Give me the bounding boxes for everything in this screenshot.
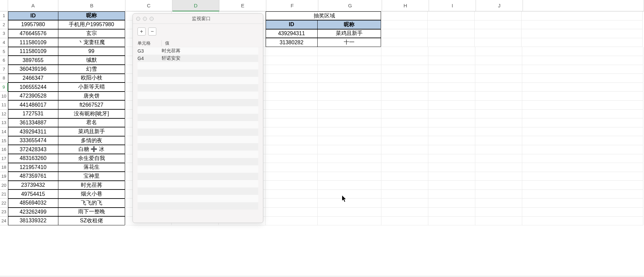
cell-J13[interactable] <box>475 118 522 127</box>
cell-H11[interactable] <box>381 101 428 110</box>
row-header-12[interactable]: 12 <box>0 110 8 119</box>
cell-F11[interactable] <box>266 101 318 110</box>
column-header-D[interactable]: D <box>172 0 219 11</box>
cell-G5[interactable] <box>318 47 381 56</box>
cell-B9[interactable]: 小新等天晴 <box>58 82 125 92</box>
cell-H6[interactable] <box>381 56 428 65</box>
watch-window-titlebar[interactable]: 监视窗口 <box>133 14 263 24</box>
cell-A9[interactable]: 106555244 <box>8 82 58 92</box>
cell-B19[interactable]: 宝神里 <box>58 172 125 181</box>
cell-B6[interactable]: 缄默 <box>58 56 125 65</box>
cell-B21[interactable]: 烟火小巷 <box>58 189 125 199</box>
cell-J11[interactable] <box>475 101 522 110</box>
cell-J1[interactable] <box>475 11 522 20</box>
cell-B16[interactable]: 白糖 ➕ 冰 <box>58 145 125 154</box>
cell-G6[interactable] <box>318 56 381 65</box>
row-header-6[interactable]: 6 <box>0 56 8 65</box>
cell-J2[interactable] <box>475 20 522 30</box>
column-header-A[interactable]: A <box>8 0 58 11</box>
cell-A24[interactable]: 381339322 <box>8 216 58 225</box>
cell-H14[interactable] <box>381 127 428 136</box>
zoom-icon[interactable] <box>150 17 154 21</box>
cell-H18[interactable] <box>381 163 428 172</box>
cell-A18[interactable]: 121957410 <box>8 163 58 172</box>
cell-J12[interactable] <box>475 110 522 119</box>
row-header-21[interactable]: 21 <box>0 190 8 199</box>
cell-J5[interactable] <box>475 47 522 56</box>
cell-G24[interactable] <box>318 217 381 226</box>
cell-G14[interactable] <box>318 127 381 136</box>
cell-H7[interactable] <box>381 65 428 74</box>
cell-J10[interactable] <box>475 92 522 101</box>
row-header-18[interactable]: 18 <box>0 163 8 172</box>
remove-watch-button[interactable]: − <box>148 27 156 36</box>
select-all-corner[interactable] <box>0 0 8 11</box>
cell-G2[interactable]: 昵称 <box>317 20 381 29</box>
row-header-2[interactable]: 2 <box>0 20 8 30</box>
cell-A10[interactable]: 472390528 <box>8 92 58 101</box>
cell-A5[interactable]: 111580109 <box>8 47 58 56</box>
cell-J14[interactable] <box>475 127 522 136</box>
watch-row[interactable] <box>138 84 258 92</box>
cell-A1[interactable]: ID <box>8 11 58 20</box>
cell-H5[interactable] <box>381 47 428 56</box>
minimize-icon[interactable] <box>143 17 147 21</box>
cell-A11[interactable]: 441486017 <box>8 100 58 109</box>
cell-J7[interactable] <box>475 65 522 74</box>
cell-A13[interactable]: 361334887 <box>8 118 58 127</box>
cell-I3[interactable] <box>428 29 475 38</box>
cell-G17[interactable] <box>318 154 381 163</box>
watch-row[interactable] <box>138 173 258 180</box>
cell-G9[interactable] <box>318 83 381 92</box>
watch-row[interactable] <box>138 128 258 136</box>
row-header-3[interactable]: 3 <box>0 29 8 38</box>
column-header-G[interactable]: G <box>318 0 382 11</box>
row-header-9[interactable]: 9 <box>0 83 8 92</box>
cell-I4[interactable] <box>428 38 475 47</box>
cell-I1[interactable] <box>428 11 475 20</box>
cell-B10[interactable]: 唐夹饼 <box>58 92 125 101</box>
cell-G19[interactable] <box>318 172 381 181</box>
cell-F9[interactable] <box>266 83 318 92</box>
watch-row[interactable] <box>138 106 258 114</box>
cell-G7[interactable] <box>318 65 381 74</box>
cell-G20[interactable] <box>318 181 381 190</box>
cell-H20[interactable] <box>381 181 428 190</box>
row-header-24[interactable]: 24 <box>0 217 8 226</box>
cell-I5[interactable] <box>428 47 475 56</box>
watch-row[interactable] <box>138 151 258 158</box>
cell-B12[interactable]: 没有昵称[呲牙] <box>58 109 125 118</box>
cell-B11[interactable]: ft2667527 <box>58 100 125 109</box>
cell-H13[interactable] <box>381 118 428 127</box>
cell-F16[interactable] <box>266 145 318 154</box>
cell-H9[interactable] <box>381 83 428 92</box>
cell-A3[interactable]: 476645576 <box>8 29 58 38</box>
column-header-I[interactable]: I <box>429 0 476 11</box>
cell-G8[interactable] <box>318 74 381 83</box>
cell-B13[interactable]: 君名 <box>58 118 125 127</box>
row-header-23[interactable]: 23 <box>0 208 8 217</box>
cell-F10[interactable] <box>266 92 318 101</box>
cell-A20[interactable]: 23739432 <box>8 181 58 190</box>
watch-row[interactable]: G3时光荏苒 <box>138 47 258 55</box>
cell-F7[interactable] <box>266 65 318 74</box>
watch-row[interactable] <box>138 158 258 165</box>
cell-A6[interactable]: 3897655 <box>8 56 58 65</box>
cell-J20[interactable] <box>475 181 522 190</box>
watch-row[interactable] <box>138 114 258 121</box>
watch-row[interactable] <box>138 187 258 195</box>
cell-J16[interactable] <box>475 145 522 154</box>
column-header-H[interactable]: H <box>382 0 429 11</box>
watch-row[interactable] <box>138 143 258 151</box>
cell-I7[interactable] <box>428 65 475 74</box>
cell-H10[interactable] <box>381 92 428 101</box>
cell-G18[interactable] <box>318 163 381 172</box>
row-header-4[interactable]: 4 <box>0 38 8 47</box>
cell-J9[interactable] <box>475 83 522 92</box>
cell-I2[interactable] <box>428 20 475 30</box>
cell-J8[interactable] <box>475 74 522 83</box>
cell-F2[interactable]: ID <box>266 20 318 29</box>
cell-G15[interactable] <box>318 136 381 145</box>
watch-row[interactable] <box>138 77 258 84</box>
cell-G10[interactable] <box>318 92 381 101</box>
